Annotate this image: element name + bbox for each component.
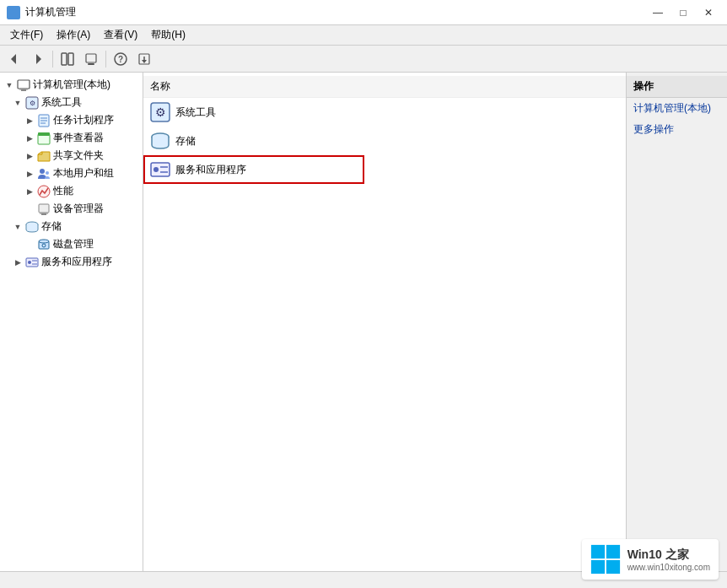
perf-icon (37, 185, 51, 198)
center-item-services[interactable]: 服务和应用程序 (143, 155, 626, 184)
tree-storage-expand: ▼ (12, 221, 24, 233)
watermark-text-area: Win10 之家 www.win10xitong.com (627, 548, 710, 572)
tools-icon: ⚙ (25, 96, 39, 110)
center-services-label: 服务和应用程序 (175, 163, 246, 177)
task-icon (37, 114, 51, 127)
center-item-storage[interactable]: 存储 (143, 127, 626, 155)
tree-device-manager[interactable]: 设备管理器 (0, 200, 143, 218)
center-storage-label: 存储 (175, 134, 196, 148)
menu-bar: 文件(F) 操作(A) 查看(V) 帮助(H) (0, 25, 727, 46)
toolbar-divider-1 (52, 51, 53, 67)
tree-task-scheduler[interactable]: ▶ 任务计划程序 (0, 111, 143, 129)
svg-point-34 (39, 240, 49, 243)
svg-rect-9 (88, 63, 94, 65)
svg-point-27 (46, 171, 49, 175)
center-tools-icon: ⚙ (150, 102, 170, 122)
right-panel-computer-mgmt[interactable]: 计算机管理(本地) (627, 98, 727, 119)
tree-shared-folders[interactable]: ▶ 共享文件夹 (0, 147, 143, 165)
up-button[interactable] (80, 48, 102, 70)
minimize-button[interactable]: — (646, 3, 670, 23)
watermark: Win10 之家 www.win10xitong.com (582, 539, 719, 580)
center-header-text: 名称 (150, 79, 170, 94)
tree-share-label: 共享文件夹 (53, 148, 104, 163)
forward-button[interactable] (27, 48, 49, 70)
watermark-title: Win10 之家 (627, 548, 710, 563)
svg-text:⚙: ⚙ (30, 100, 35, 107)
watermark-subtitle: www.win10xitong.com (627, 563, 710, 572)
tree-system-tools[interactable]: ▼ ⚙ 系统工具 (0, 94, 143, 111)
title-bar-controls: — □ ✕ (646, 3, 720, 23)
title-bar: 计算机管理 — □ ✕ (0, 0, 727, 25)
tree-system-tools-label: 系统工具 (41, 95, 82, 110)
close-button[interactable]: ✕ (697, 3, 720, 23)
tree-services-expand: ▶ (12, 256, 24, 268)
event-icon (37, 132, 51, 145)
left-panel: ▼ 计算机管理(本地) ▼ ⚙ 系统工具 ▶ (0, 73, 143, 571)
tree-share-expand: ▶ (24, 150, 35, 162)
svg-rect-8 (86, 54, 96, 62)
main-area: ▼ 计算机管理(本地) ▼ ⚙ 系统工具 ▶ (0, 73, 727, 571)
tree-perf-expand: ▶ (24, 186, 35, 197)
svg-rect-29 (39, 204, 49, 213)
tree-root[interactable]: ▼ 计算机管理(本地) (0, 76, 143, 94)
right-panel: 操作 计算机管理(本地) 更多操作 (626, 73, 727, 571)
tree-root-expand: ▼ (3, 79, 15, 91)
svg-marker-14 (142, 60, 147, 63)
title-bar-icon (7, 6, 20, 19)
tree-event-viewer[interactable]: ▶ 事件查看器 (0, 129, 143, 147)
center-header: 名称 (143, 76, 626, 98)
tree-system-tools-expand: ▼ (12, 97, 24, 109)
menu-action[interactable]: 操作(A) (50, 26, 97, 44)
svg-rect-7 (68, 53, 73, 65)
tree-event-label: 事件查看器 (53, 131, 104, 145)
svg-rect-48 (606, 545, 620, 558)
tree-device-label: 设备管理器 (53, 202, 104, 216)
tree-event-expand: ▶ (24, 132, 35, 144)
center-service-icon (150, 159, 170, 180)
toolbar: ? (0, 46, 727, 73)
tree-local-users[interactable]: ▶ 本地用户和组 (0, 165, 143, 182)
help-toolbar-button[interactable]: ? (110, 48, 132, 70)
storage-icon (25, 220, 39, 234)
right-panel-more-ops[interactable]: 更多操作 (627, 119, 727, 140)
showhide-button[interactable] (57, 48, 78, 70)
svg-rect-15 (18, 80, 30, 89)
maximize-button[interactable]: □ (671, 3, 695, 23)
tree-device-expand (24, 203, 35, 215)
tree-task-expand: ▶ (24, 115, 35, 127)
svg-marker-4 (11, 54, 16, 64)
svg-rect-2 (8, 13, 13, 19)
svg-point-26 (40, 169, 45, 174)
tree-services-label: 服务和应用程序 (41, 255, 112, 269)
share-icon (37, 149, 51, 163)
device-icon (37, 202, 51, 216)
center-tools-label: 系统工具 (175, 105, 216, 120)
tree-storage[interactable]: ▼ 存储 (0, 218, 143, 235)
svg-rect-6 (62, 53, 67, 65)
tree-task-label: 任务计划程序 (53, 113, 114, 127)
back-button[interactable] (3, 48, 25, 70)
center-item-system-tools[interactable]: ⚙ 系统工具 (143, 98, 626, 127)
svg-rect-0 (8, 7, 13, 12)
tree-root-label: 计算机管理(本地) (33, 78, 110, 92)
menu-file[interactable]: 文件(F) (3, 26, 50, 44)
tree-user-expand: ▶ (24, 168, 35, 180)
tree-storage-label: 存储 (41, 219, 62, 234)
svg-rect-1 (14, 7, 19, 12)
svg-point-44 (153, 167, 159, 172)
tree-performance[interactable]: ▶ 性能 (0, 182, 143, 200)
svg-rect-47 (591, 545, 605, 558)
menu-view[interactable]: 查看(V) (97, 26, 144, 44)
tree-disk-management[interactable]: 磁盘管理 (0, 235, 143, 253)
user-icon (37, 167, 51, 181)
svg-marker-5 (36, 54, 41, 64)
tree-disk-expand (24, 239, 35, 251)
tree-services-apps[interactable]: ▶ 服务和应用程序 (0, 253, 143, 271)
export-button[interactable] (133, 48, 155, 70)
svg-text:⚙: ⚙ (155, 105, 166, 119)
toolbar-divider-2 (105, 51, 106, 67)
menu-help[interactable]: 帮助(H) (144, 26, 192, 44)
svg-text:?: ? (118, 55, 123, 64)
tree-perf-label: 性能 (53, 184, 73, 198)
tree-disk-label: 磁盘管理 (53, 237, 94, 251)
